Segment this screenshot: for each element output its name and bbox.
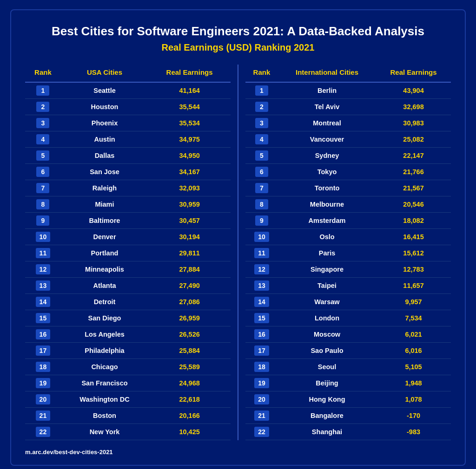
intl-rank-badge: 1 <box>255 85 268 96</box>
usa-rank-cell: 22 <box>25 424 61 440</box>
usa-rank-badge: 11 <box>36 248 51 258</box>
intl-rank-badge: 11 <box>254 248 269 258</box>
usa-table-row: 8 Miami 30,959 <box>25 196 231 213</box>
usa-table-row: 9 Baltimore 30,457 <box>25 213 231 229</box>
intl-table-row: 2 Tel Aviv 32,698 <box>245 99 451 115</box>
intl-rank-badge: 4 <box>255 134 268 144</box>
usa-rank-badge: 22 <box>36 427 51 437</box>
usa-rank-badge: 12 <box>36 264 51 274</box>
intl-table-row: 21 Bangalore -170 <box>245 408 451 424</box>
usa-rank-cell: 5 <box>25 148 61 164</box>
intl-rank-badge: 16 <box>254 329 269 339</box>
usa-table-row: 15 San Diego 26,959 <box>25 310 231 326</box>
usa-rank-badge: 7 <box>36 183 49 193</box>
usa-earnings-cell: 30,457 <box>148 213 231 229</box>
usa-rank-cell: 4 <box>25 131 61 148</box>
intl-table-row: 14 Warsaw 9,957 <box>245 294 451 310</box>
usa-earnings-cell: 27,086 <box>148 294 231 310</box>
intl-table-row: 9 Amsterdam 18,082 <box>245 213 451 229</box>
usa-earnings-cell: 25,884 <box>148 343 231 359</box>
usa-city-cell: Chicago <box>61 359 148 375</box>
intl-earnings-cell: 12,783 <box>376 261 451 278</box>
intl-earnings-cell: 5,105 <box>376 359 451 375</box>
intl-earnings-cell: -983 <box>376 424 451 440</box>
usa-city-cell: Miami <box>61 196 148 213</box>
intl-earnings-cell: 9,957 <box>376 294 451 310</box>
intl-rank-badge: 17 <box>254 345 269 356</box>
intl-rank-cell: 6 <box>245 164 278 180</box>
intl-table-row: 5 Sydney 22,147 <box>245 148 451 164</box>
usa-rank-badge: 1 <box>36 85 49 96</box>
intl-earnings-cell: 1,078 <box>376 391 451 408</box>
intl-table-row: 17 Sao Paulo 6,016 <box>245 343 451 359</box>
intl-rank-cell: 10 <box>245 229 278 245</box>
usa-table-row: 21 Boston 20,166 <box>25 408 231 424</box>
intl-rank-cell: 17 <box>245 343 278 359</box>
usa-rank-badge: 6 <box>36 167 49 177</box>
usa-earnings-cell: 25,589 <box>148 359 231 375</box>
usa-earnings-cell: 27,490 <box>148 278 231 294</box>
intl-earnings-header: Real Earnings <box>376 65 451 82</box>
usa-earnings-cell: 34,975 <box>148 131 231 148</box>
usa-table-row: 5 Dallas 34,950 <box>25 148 231 164</box>
usa-rank-badge: 21 <box>36 410 51 421</box>
usa-table-row: 12 Minneapolis 27,884 <box>25 261 231 278</box>
usa-city-cell: Seattle <box>61 82 148 99</box>
intl-earnings-cell: 6,016 <box>376 343 451 359</box>
usa-rank-badge: 5 <box>36 150 49 161</box>
intl-rank-cell: 11 <box>245 245 278 261</box>
usa-table-row: 14 Detroit 27,086 <box>25 294 231 310</box>
intl-earnings-cell: 15,612 <box>376 245 451 261</box>
tables-wrapper: Rank USA Cities Real Earnings 1 Seattle … <box>25 65 451 440</box>
usa-earnings-cell: 29,811 <box>148 245 231 261</box>
intl-earnings-cell: -170 <box>376 408 451 424</box>
usa-table-row: 13 Atlanta 27,490 <box>25 278 231 294</box>
intl-table-row: 12 Singapore 12,783 <box>245 261 451 278</box>
usa-city-cell: Washington DC <box>61 391 148 408</box>
intl-city-cell: Beijing <box>278 375 376 391</box>
usa-earnings-cell: 26,959 <box>148 310 231 326</box>
usa-city-cell: Baltimore <box>61 213 148 229</box>
usa-city-cell: San Jose <box>61 164 148 180</box>
intl-rank-badge: 18 <box>254 362 269 372</box>
usa-table-row: 11 Portland 29,811 <box>25 245 231 261</box>
intl-earnings-cell: 16,415 <box>376 229 451 245</box>
usa-rank-cell: 10 <box>25 229 61 245</box>
usa-earnings-cell: 34,950 <box>148 148 231 164</box>
intl-city-cell: Tokyo <box>278 164 376 180</box>
intl-rank-badge: 22 <box>254 427 269 437</box>
usa-table-row: 17 Philadelphia 25,884 <box>25 343 231 359</box>
usa-table-row: 2 Houston 35,544 <box>25 99 231 115</box>
intl-city-cell: Sao Paulo <box>278 343 376 359</box>
subtitle: Real Earnings (USD) Ranking 2021 <box>25 42 451 53</box>
usa-rank-cell: 13 <box>25 278 61 294</box>
intl-table-row: 6 Tokyo 21,766 <box>245 164 451 180</box>
intl-city-cell: Sydney <box>278 148 376 164</box>
usa-rank-cell: 7 <box>25 180 61 196</box>
usa-city-cell: Dallas <box>61 148 148 164</box>
intl-earnings-cell: 21,766 <box>376 164 451 180</box>
usa-earnings-cell: 22,618 <box>148 391 231 408</box>
usa-rank-cell: 21 <box>25 408 61 424</box>
intl-city-cell: Vancouver <box>278 131 376 148</box>
usa-city-cell: Houston <box>61 99 148 115</box>
usa-rank-cell: 6 <box>25 164 61 180</box>
intl-rank-badge: 8 <box>255 199 268 209</box>
intl-table-row: 22 Shanghai -983 <box>245 424 451 440</box>
intl-rank-badge: 20 <box>254 394 269 404</box>
usa-city-cell: Atlanta <box>61 278 148 294</box>
intl-table-row: 4 Vancouver 25,082 <box>245 131 451 148</box>
intl-table-row: 18 Seoul 5,105 <box>245 359 451 375</box>
usa-table-row: 22 New York 10,425 <box>25 424 231 440</box>
intl-city-cell: Montreal <box>278 115 376 131</box>
intl-earnings-cell: 11,657 <box>376 278 451 294</box>
intl-earnings-cell: 20,546 <box>376 196 451 213</box>
intl-earnings-cell: 6,021 <box>376 326 451 343</box>
usa-table-section: Rank USA Cities Real Earnings 1 Seattle … <box>25 65 231 440</box>
intl-table-row: 13 Taipei 11,657 <box>245 278 451 294</box>
intl-table-row: 19 Beijing 1,948 <box>245 375 451 391</box>
main-title: Best Cities for Software Engineers 2021:… <box>25 24 451 39</box>
usa-earnings-cell: 10,425 <box>148 424 231 440</box>
usa-city-cell: Austin <box>61 131 148 148</box>
intl-rank-cell: 7 <box>245 180 278 196</box>
